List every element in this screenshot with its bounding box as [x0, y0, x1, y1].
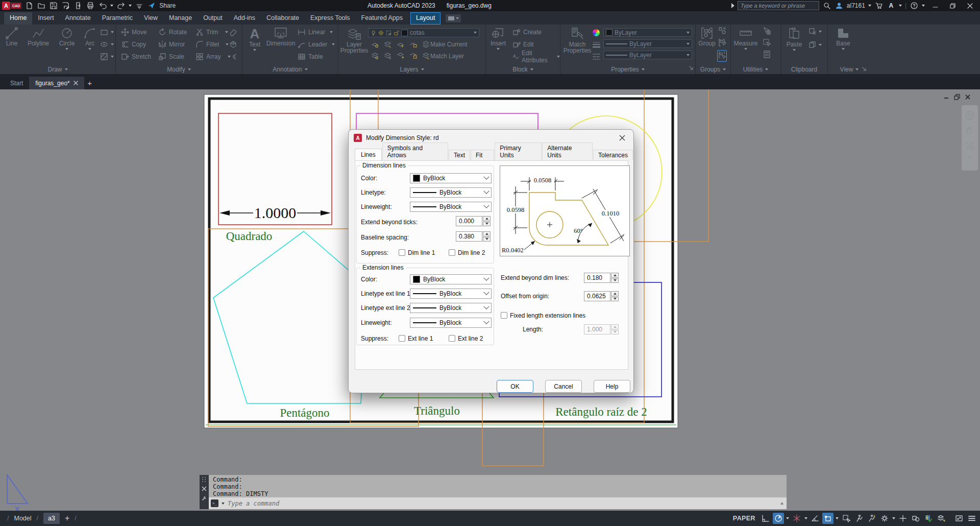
- trim-button[interactable]: Trim: [195, 28, 228, 36]
- tab-collaborate[interactable]: Collaborate: [261, 12, 305, 25]
- tab-layout[interactable]: Layout: [410, 12, 441, 25]
- selection-cycling-icon[interactable]: [841, 513, 852, 524]
- autoscale-annotation-icon[interactable]: [866, 513, 877, 524]
- insert-block-button[interactable]: Insert: [487, 27, 509, 50]
- ext-color-combo[interactable]: ByBlock: [410, 274, 492, 284]
- rectangle-tool-icon[interactable]: [100, 28, 114, 36]
- crosshair-icon[interactable]: [897, 513, 909, 524]
- arc-button[interactable]: Arc: [81, 27, 99, 50]
- layer-freeze-icon[interactable]: [397, 40, 404, 48]
- autodesk-logo[interactable]: A: [887, 1, 896, 10]
- polar-dropdown-icon[interactable]: [786, 517, 790, 519]
- rotate-button[interactable]: Rotate: [158, 28, 187, 36]
- help-dropdown-icon[interactable]: [922, 5, 925, 7]
- isometric-dropdown-icon[interactable]: [804, 517, 808, 519]
- make-current-button[interactable]: Make Current: [430, 40, 468, 49]
- search-input[interactable]: [738, 1, 819, 10]
- file-tab-start[interactable]: Start: [4, 77, 29, 89]
- tab-express-tools[interactable]: Express Tools: [305, 12, 356, 25]
- open-folder-icon[interactable]: [37, 1, 46, 10]
- line-button[interactable]: Line: [1, 27, 22, 47]
- base-view-button[interactable]: Base: [832, 27, 854, 50]
- tab-add-ins[interactable]: Add-ins: [228, 12, 261, 25]
- array-button[interactable]: Array: [195, 52, 231, 61]
- dim-color-combo[interactable]: ByBlock: [410, 173, 492, 183]
- dim-lineweight-combo[interactable]: ByBlock: [410, 202, 492, 212]
- pan-hand-icon[interactable]: [965, 126, 975, 136]
- extend-dim-lines-spinner[interactable]: 0.180: [584, 273, 619, 283]
- object-color-combo[interactable]: ByLayer: [603, 28, 692, 37]
- text-button[interactable]: A Text: [246, 27, 264, 51]
- leader-button[interactable]: Leader: [298, 40, 335, 49]
- create-block-button[interactable]: Create: [512, 28, 542, 36]
- undo-icon[interactable]: [98, 1, 107, 10]
- make-current-icon[interactable]: [422, 40, 430, 48]
- circle-button[interactable]: Circle: [54, 27, 80, 50]
- command-palette-grip[interactable]: [200, 475, 209, 509]
- dimension-button[interactable]: Dimension: [265, 27, 297, 47]
- panel-label-block[interactable]: Block: [486, 65, 560, 74]
- wrench-icon[interactable]: [201, 495, 207, 501]
- tab-insert[interactable]: Insert: [32, 12, 59, 25]
- panel-label-layers[interactable]: Layers: [338, 65, 485, 74]
- panel-label-modify[interactable]: Modify: [116, 65, 242, 74]
- graphics-performance-icon[interactable]: [923, 513, 934, 524]
- save-as-icon[interactable]: [61, 1, 70, 10]
- spin-up-icon[interactable]: [483, 216, 491, 221]
- autodesk-dropdown-icon[interactable]: [899, 5, 902, 7]
- help-button[interactable]: Help: [594, 380, 630, 393]
- autocad-app-icon[interactable]: ACAD: [2, 2, 21, 10]
- model-tab[interactable]: Model: [14, 515, 31, 522]
- tab-parametric[interactable]: Parametric: [96, 12, 138, 25]
- dim-linetype-combo[interactable]: ByBlock: [410, 187, 492, 198]
- layer-lock-icon[interactable]: [409, 40, 417, 48]
- fillet-button[interactable]: Fillet: [195, 40, 229, 49]
- group-button[interactable]: Group: [697, 27, 717, 47]
- quick-access-menu-icon[interactable]: [135, 1, 144, 10]
- extend-ticks-spinner[interactable]: 0.000: [456, 216, 491, 226]
- color-wheel-icon[interactable]: [593, 29, 600, 36]
- polar-tracking-icon[interactable]: [773, 513, 784, 524]
- edit-attributes-button[interactable]: Edit Attributes: [512, 52, 560, 61]
- lineweight-combo[interactable]: ByLayer: [603, 39, 692, 48]
- panel-label-properties[interactable]: Properties: [560, 65, 695, 74]
- username[interactable]: al7161: [847, 2, 865, 9]
- linear-dimension-button[interactable]: Linear: [298, 28, 333, 36]
- dialog-tab-lines[interactable]: Lines: [355, 149, 382, 161]
- suppress-dim-line-1-checkbox[interactable]: [399, 249, 405, 256]
- offset-icon[interactable]: [229, 52, 237, 61]
- dialog-tab-primary-units[interactable]: Primary Units: [495, 142, 542, 160]
- tab-home[interactable]: Home: [4, 12, 32, 25]
- dialog-tab-tolerances[interactable]: Tolerances: [593, 150, 633, 160]
- group-edit-icon[interactable]: [718, 38, 727, 49]
- user-avatar-icon[interactable]: [835, 1, 844, 10]
- grid-display-icon[interactable]: [760, 513, 771, 524]
- save-icon[interactable]: [49, 1, 58, 10]
- vp-restore-icon[interactable]: [954, 94, 960, 100]
- suppress-ext-line-2-checkbox[interactable]: [449, 335, 455, 342]
- match-layer-icon[interactable]: [422, 52, 430, 60]
- close-tab-icon[interactable]: [74, 81, 78, 85]
- print-icon[interactable]: [86, 1, 95, 10]
- file-tab-document[interactable]: figuras_geo*: [29, 77, 84, 89]
- command-input-placeholder[interactable]: Type a command: [228, 500, 279, 507]
- ungroup-icon[interactable]: [718, 27, 727, 37]
- dialog-tab-symbols-arrows[interactable]: Symbols and Arrows: [382, 142, 448, 160]
- zoom-extents-icon[interactable]: [965, 141, 975, 151]
- panel-label-utilities[interactable]: Utilities: [731, 65, 780, 74]
- osnap-dropdown-icon[interactable]: [835, 517, 839, 519]
- customization-menu-icon[interactable]: [966, 513, 977, 524]
- annotation-visibility-icon[interactable]: [853, 513, 865, 524]
- fixed-length-checkbox[interactable]: [501, 312, 507, 319]
- cancel-button[interactable]: Cancel: [545, 380, 582, 393]
- dialog-tab-text[interactable]: Text: [449, 150, 470, 160]
- vp-close-icon[interactable]: [965, 94, 971, 100]
- layer-select-combo[interactable]: cotas: [368, 28, 479, 37]
- help-icon[interactable]: [910, 1, 919, 10]
- ext-linetype2-combo[interactable]: ByBlock: [410, 303, 492, 313]
- gear-dropdown-icon[interactable]: [892, 517, 896, 519]
- export-icon[interactable]: [74, 1, 83, 10]
- ext-lineweight-combo[interactable]: ByBlock: [410, 318, 492, 328]
- quick-select-icon[interactable]: [763, 27, 771, 37]
- drag-grip-icon[interactable]: [202, 477, 206, 482]
